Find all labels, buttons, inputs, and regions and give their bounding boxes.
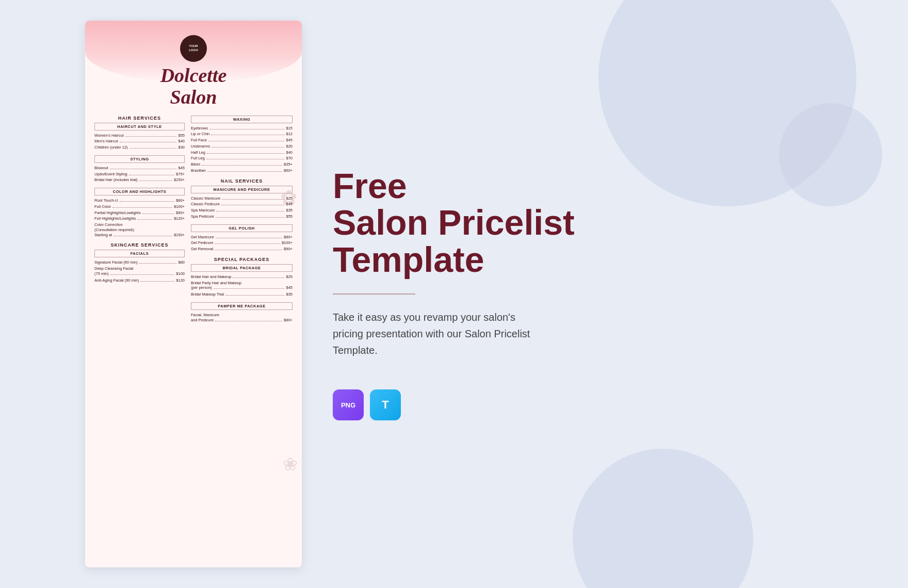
price-row: Men's Haircut $40	[94, 139, 185, 144]
special-packages-title: SPECIAL PACKAGES	[191, 257, 293, 262]
manicure-pedicure-box: MANICURE AND PEDICURE	[191, 186, 293, 193]
facial-mani-pedi-item: Facial, Manicure and Pedicure $80+	[191, 313, 293, 323]
promo-section: Free Salon Pricelist Template Take it ea…	[302, 168, 908, 420]
menu-columns: HAIR SERVICES HAIRCUT AND STYLE Women's …	[94, 116, 293, 328]
price-row: Updo/Event Styling $75+	[94, 172, 185, 177]
price-row: Full Leg $70	[191, 156, 293, 161]
price-row: Lip or Chin $12	[191, 132, 293, 137]
price-row: Blowout $45	[94, 166, 185, 171]
price-row: Gel Manicure $80+	[191, 235, 293, 240]
bridal-package-box: BRIDAL PACKAGE	[191, 264, 293, 272]
styling-section: STYLING Blowout $45 Updo/Event Styling $…	[94, 155, 185, 183]
price-row: Bridal Makeup Trial $35	[191, 292, 293, 297]
bg-decoration-2	[573, 449, 753, 588]
price-row: Half Leg $40	[191, 150, 293, 155]
bridal-party-item: Bridal Party Hair and Makeup (per person…	[191, 281, 293, 291]
color-highlights-section: COLOR AND HIGHLIGHTS Root Touch-U $80+ F…	[94, 188, 185, 237]
price-row: Gel Pedicure $100+	[191, 240, 293, 246]
price-row: Bridal Hair and Makeup $25	[191, 274, 293, 280]
waxing-box: WAXING	[191, 116, 293, 123]
price-row: Full Face $45	[191, 138, 293, 143]
nail-services-title: NAIL SERVICES	[191, 178, 293, 184]
png-label: PNG	[341, 401, 355, 409]
price-row: Partial Highlights/Lowlights $90+	[94, 210, 185, 216]
salon-title: Dolcette Salon	[94, 65, 293, 108]
price-row: Full Highlights/Lowlights $120+	[94, 216, 185, 221]
color-correction-item: Color Correction (Consultation required)…	[94, 222, 185, 237]
price-row: Women's Haircut $55	[94, 133, 185, 138]
menu-card: YOUR LOGO Dolcette Salon HAIR SERVICES H…	[85, 21, 302, 567]
price-row: Root Touch-U $80+	[94, 198, 185, 203]
logo-text: YOUR LOGO	[189, 44, 198, 53]
png-format-icon[interactable]: PNG	[333, 389, 364, 420]
gel-polish-box: GEL POLISH	[191, 224, 293, 232]
pamper-me-section: PAMPER ME PACKAGE Facial, Manicure and P…	[191, 302, 293, 323]
price-row: Classic Manicure $25	[191, 196, 293, 201]
haircut-style-box: HAIRCUT AND STYLE	[94, 123, 185, 130]
bg-decoration-3	[779, 103, 882, 206]
logo-circle: YOUR LOGO	[180, 35, 207, 62]
color-highlights-box: COLOR AND HIGHLIGHTS	[94, 188, 185, 195]
right-column: WAXING Eyebrows $15 Lip or Chin $12 Full…	[191, 116, 293, 328]
price-row: Underarms $20	[191, 144, 293, 149]
facials-box: FACIALS	[94, 250, 185, 257]
price-row: Anti-Aging Facial (90 min) $120	[94, 278, 185, 283]
price-row: Eyebrows $15	[191, 126, 293, 131]
price-row: Bridal Hair (includes trial) $150+	[94, 177, 185, 183]
price-row: Bikini $35+	[191, 162, 293, 167]
gel-polish-section: GEL POLISH Gel Manicure $80+ Gel Pedicur…	[191, 224, 293, 252]
template-format-icon[interactable]: T	[370, 389, 401, 420]
pamper-me-box: PAMPER ME PACKAGE	[191, 302, 293, 310]
promo-divider	[333, 293, 415, 295]
deep-cleansing-item: Deep Cleansing Facial (75 min) $100	[94, 266, 185, 276]
price-row: Children (under 12) $30	[94, 145, 185, 150]
floral-decoration-right: ❀	[283, 454, 298, 475]
price-row: Spa Manicure $35	[191, 208, 293, 213]
special-packages-section: SPECIAL PACKAGES BRIDAL PACKAGE Bridal H…	[191, 257, 293, 297]
format-icons-row: PNG T	[333, 389, 887, 420]
styling-box: STYLING	[94, 155, 185, 163]
hair-services-section: HAIR SERVICES HAIRCUT AND STYLE Women's …	[94, 116, 185, 150]
price-row: Gel Removal $90+	[191, 247, 293, 252]
left-column: HAIR SERVICES HAIRCUT AND STYLE Women's …	[94, 116, 185, 328]
skincare-title: SKINCARE SERVICES	[94, 242, 185, 248]
price-row: Brazilian $60+	[191, 168, 293, 173]
price-row: Classic Pedicure $45	[191, 202, 293, 207]
price-row: Full Color $100+	[94, 204, 185, 209]
waxing-section: WAXING Eyebrows $15 Lip or Chin $12 Full…	[191, 116, 293, 173]
price-row: Spa Pedicure $55	[191, 214, 293, 219]
skincare-section: SKINCARE SERVICES FACIALS Signature Faci…	[94, 242, 185, 283]
promo-description: Take it easy as you revamp your salon's …	[333, 309, 580, 358]
t-label: T	[382, 398, 388, 412]
nail-services-section: NAIL SERVICES MANICURE AND PEDICURE Clas…	[191, 178, 293, 219]
hair-services-title: HAIR SERVICES	[94, 116, 185, 121]
price-row: Signature Facial (60 min) $80	[94, 260, 185, 265]
